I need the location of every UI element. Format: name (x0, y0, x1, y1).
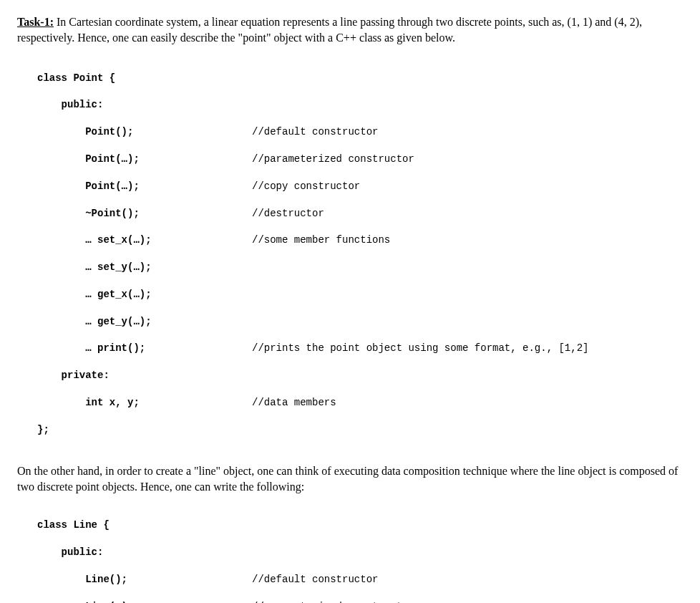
intro-text: In Cartesian coordinate system, a linear… (17, 16, 642, 44)
code-block-point: class Point { public: Point();//default … (37, 58, 683, 450)
task-label: Task-1: (17, 16, 54, 28)
code-block-line: class Line { public: Line();//default co… (37, 505, 683, 603)
mid-paragraph: On the other hand, in order to create a … (17, 463, 683, 496)
intro-paragraph: Task-1: In Cartesian coordinate system, … (17, 14, 683, 47)
